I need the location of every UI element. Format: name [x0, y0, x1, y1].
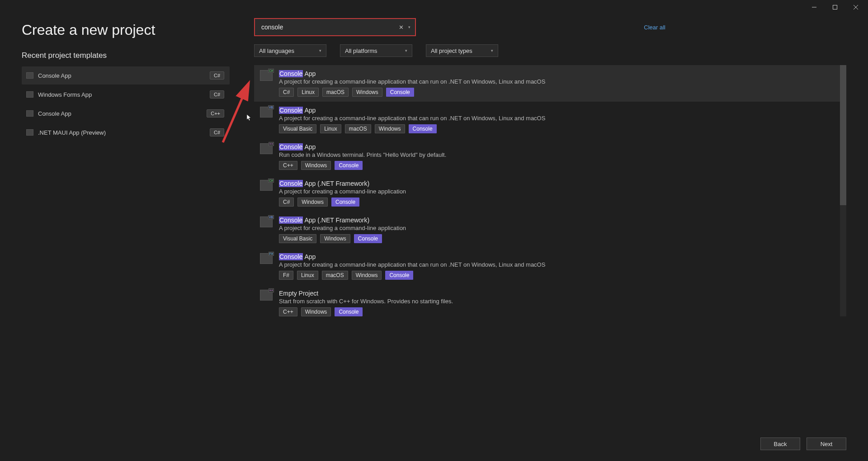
- filter-platforms[interactable]: All platforms▾: [340, 44, 412, 57]
- result-tag: Console: [335, 161, 363, 170]
- filter-platforms-label: All platforms: [345, 47, 377, 54]
- lang-mark: VB: [268, 215, 274, 219]
- result-title: Console App: [279, 107, 316, 114]
- result-tag: Console: [409, 124, 437, 133]
- search-input[interactable]: [261, 24, 396, 31]
- result-title: Console App: [279, 70, 316, 77]
- results-list: C# Console App A project for creating a …: [254, 65, 846, 316]
- result-description: A project for creating a command-line ap…: [279, 78, 840, 85]
- result-tags: C#LinuxmacOSWindowsConsole: [279, 88, 840, 97]
- lang-mark: C#: [268, 179, 274, 183]
- template-icon: [26, 91, 33, 98]
- result-description: A project for creating a command-line ap…: [279, 225, 840, 231]
- result-item[interactable]: ++ Empty Project Start from scratch with…: [254, 285, 846, 316]
- result-item[interactable]: F# Console App A project for creating a …: [254, 248, 846, 285]
- result-tag: C#: [279, 198, 294, 207]
- template-icon: ++: [260, 290, 273, 301]
- template-icon: F#: [260, 253, 273, 264]
- result-tag: C++: [279, 307, 297, 316]
- back-button[interactable]: Back: [760, 437, 800, 450]
- result-description: Run code in a Windows terminal. Prints "…: [279, 151, 840, 158]
- result-description: A project for creating a command-line ap…: [279, 115, 840, 122]
- lang-mark: C#: [268, 69, 274, 73]
- template-icon: [26, 110, 33, 117]
- result-tag: Visual Basic: [279, 124, 316, 133]
- lang-mark: VB: [268, 105, 274, 109]
- chevron-down-icon: ▾: [491, 48, 493, 53]
- result-item[interactable]: ++ Console App Run code in a Windows ter…: [254, 138, 846, 175]
- close-button[interactable]: [845, 0, 866, 14]
- minimize-button[interactable]: [804, 0, 825, 14]
- result-title: Console App: [279, 143, 316, 151]
- titlebar: [0, 0, 868, 14]
- result-tags: Visual BasicLinuxmacOSWindowsConsole: [279, 124, 840, 133]
- recent-list: Console AppC#Windows Forms AppC#Console …: [22, 66, 230, 141]
- template-icon: [26, 129, 33, 136]
- maximize-icon: [833, 5, 837, 9]
- filter-types[interactable]: All project types▾: [426, 44, 498, 57]
- result-tags: Visual BasicWindowsConsole: [279, 234, 840, 243]
- next-button[interactable]: Next: [807, 437, 846, 450]
- results-scrollbar[interactable]: [840, 65, 846, 316]
- lang-mark: ++: [269, 142, 274, 146]
- search-clear-icon[interactable]: ✕: [396, 24, 406, 31]
- result-description: A project for creating a command-line ap…: [279, 188, 840, 195]
- result-tag: C++: [279, 161, 297, 170]
- result-item[interactable]: VB Console App (.NET Framework) A projec…: [254, 212, 846, 248]
- result-tags: C++WindowsConsole: [279, 307, 840, 316]
- result-tag: macOS: [322, 88, 349, 97]
- search-dropdown-icon[interactable]: ▾: [406, 25, 412, 29]
- result-tag: Visual Basic: [279, 234, 316, 243]
- result-item[interactable]: C# Console App A project for creating a …: [254, 65, 846, 102]
- search-box[interactable]: ✕ ▾: [254, 18, 416, 36]
- template-icon: C#: [260, 70, 273, 81]
- template-icon: [26, 72, 33, 79]
- lang-badge: C#: [210, 128, 224, 136]
- lang-mark: F#: [269, 252, 274, 256]
- recent-template-item[interactable]: Windows Forms AppC#: [22, 85, 230, 103]
- result-tag: Console: [354, 234, 382, 243]
- result-tag: Linux: [297, 88, 319, 97]
- result-tag: Windows: [320, 234, 350, 243]
- result-tags: C++WindowsConsole: [279, 161, 840, 170]
- result-title: Console App (.NET Framework): [279, 180, 369, 187]
- result-item[interactable]: VB Console App A project for creating a …: [254, 102, 846, 138]
- result-tag: Console: [335, 307, 363, 316]
- filter-types-label: All project types: [431, 47, 472, 54]
- result-description: Start from scratch with C++ for Windows.…: [279, 298, 840, 305]
- recent-template-item[interactable]: .NET MAUI App (Preview)C#: [22, 123, 230, 141]
- template-icon: ++: [260, 143, 273, 154]
- close-icon: [854, 5, 858, 9]
- result-item[interactable]: C# Console App (.NET Framework) A projec…: [254, 175, 846, 212]
- result-title: Console App (.NET Framework): [279, 216, 369, 224]
- filter-languages[interactable]: All languages▾: [254, 44, 326, 57]
- recent-item-label: .NET MAUI App (Preview): [38, 129, 106, 136]
- result-description: A project for creating a command-line ap…: [279, 261, 840, 268]
- result-tag: C#: [279, 88, 294, 97]
- recent-template-item[interactable]: Console AppC++: [22, 104, 230, 122]
- result-tag: Linux: [297, 271, 318, 280]
- result-tag: Windows: [301, 307, 331, 316]
- lang-badge: C++: [207, 109, 224, 118]
- template-icon: VB: [260, 216, 273, 227]
- minimize-icon: [812, 5, 816, 9]
- result-tag: Windows: [375, 124, 405, 133]
- lang-badge: C#: [210, 90, 224, 99]
- results-scrollbar-thumb[interactable]: [840, 65, 846, 205]
- result-title: Console App: [279, 253, 316, 260]
- lang-mark: ++: [269, 288, 274, 292]
- maximize-button[interactable]: [825, 0, 845, 14]
- recent-heading: Recent project templates: [22, 51, 230, 60]
- recent-item-label: Console App: [38, 110, 71, 117]
- result-tag: macOS: [322, 271, 348, 280]
- result-tag: Windows: [352, 88, 382, 97]
- filter-languages-label: All languages: [259, 47, 294, 54]
- svg-rect-1: [833, 5, 837, 9]
- result-tag: Linux: [320, 124, 341, 133]
- clear-all-link[interactable]: Clear all: [644, 24, 665, 31]
- result-tags: C#WindowsConsole: [279, 198, 840, 207]
- recent-template-item[interactable]: Console AppC#: [22, 66, 230, 85]
- result-tag: F#: [279, 271, 293, 280]
- recent-item-label: Windows Forms App: [38, 91, 92, 98]
- result-tag: Console: [385, 271, 413, 280]
